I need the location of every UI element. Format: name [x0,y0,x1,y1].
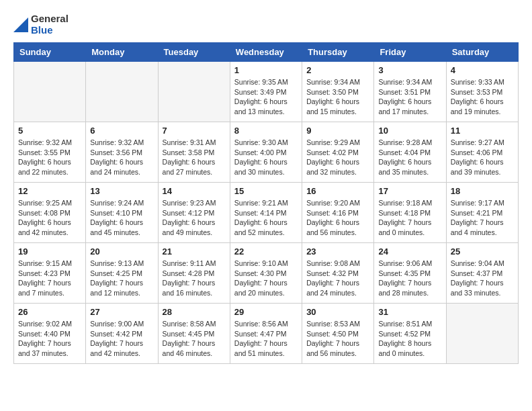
day-info: Sunrise: 9:11 AMSunset: 4:28 PMDaylight:… [163,259,226,298]
day-number: 11 [451,126,514,136]
calendar-day-cell: 17Sunrise: 9:18 AMSunset: 4:18 PMDayligh… [374,183,446,243]
day-number: 29 [234,307,298,317]
day-info: Sunrise: 9:23 AMSunset: 4:12 PMDaylight:… [163,198,226,238]
day-info: Sunrise: 9:02 AMSunset: 4:40 PMDaylight:… [18,319,81,359]
day-info: Sunrise: 9:34 AMSunset: 3:50 PMDaylight:… [306,77,369,117]
calendar-day-cell: 16Sunrise: 9:20 AMSunset: 4:16 PMDayligh… [302,183,374,243]
calendar-week-row: 1Sunrise: 9:35 AMSunset: 3:49 PMDaylight… [14,62,519,122]
calendar-header-day: Saturday [446,43,518,62]
day-info: Sunrise: 9:32 AMSunset: 3:56 PMDaylight:… [90,138,153,177]
calendar-day-cell: 24Sunrise: 9:06 AMSunset: 4:35 PMDayligh… [374,243,446,304]
day-number: 15 [234,186,298,196]
day-info: Sunrise: 9:00 AMSunset: 4:42 PMDaylight:… [90,319,153,359]
day-info: Sunrise: 9:18 AMSunset: 4:18 PMDaylight:… [378,198,441,238]
day-info: Sunrise: 9:15 AMSunset: 4:23 PMDaylight:… [18,259,81,298]
day-info: Sunrise: 9:25 AMSunset: 4:08 PMDaylight:… [18,198,81,238]
calendar-day-cell [14,62,86,122]
day-number: 31 [378,307,441,317]
logo-blue-text: Blue [31,25,69,36]
calendar-day-cell: 29Sunrise: 8:56 AMSunset: 4:47 PMDayligh… [230,304,302,364]
calendar-week-row: 19Sunrise: 9:15 AMSunset: 4:23 PMDayligh… [14,243,519,304]
day-info: Sunrise: 9:08 AMSunset: 4:32 PMDaylight:… [306,259,369,298]
logo-general-text: General [31,13,69,25]
day-info: Sunrise: 9:04 AMSunset: 4:37 PMDaylight:… [451,259,514,298]
day-info: Sunrise: 9:33 AMSunset: 3:53 PMDaylight:… [451,77,514,117]
day-number: 26 [18,307,81,317]
day-number: 13 [90,186,153,196]
calendar-day-cell [446,304,518,364]
day-info: Sunrise: 9:24 AMSunset: 4:10 PMDaylight:… [90,198,153,238]
calendar-header-day: Friday [374,43,446,62]
calendar-day-cell: 12Sunrise: 9:25 AMSunset: 4:08 PMDayligh… [14,183,86,243]
day-info: Sunrise: 9:27 AMSunset: 4:06 PMDaylight:… [451,138,514,177]
calendar-day-cell: 27Sunrise: 9:00 AMSunset: 4:42 PMDayligh… [86,304,158,364]
day-info: Sunrise: 9:28 AMSunset: 4:04 PMDaylight:… [378,138,441,177]
day-number: 25 [451,246,514,257]
day-info: Sunrise: 9:06 AMSunset: 4:35 PMDaylight:… [378,259,441,298]
calendar-header-day: Tuesday [158,43,230,62]
day-info: Sunrise: 9:32 AMSunset: 3:55 PMDaylight:… [18,138,81,177]
day-number: 22 [234,246,298,257]
calendar-week-row: 5Sunrise: 9:32 AMSunset: 3:55 PMDaylight… [14,122,519,183]
day-number: 8 [234,126,298,136]
calendar-day-cell: 21Sunrise: 9:11 AMSunset: 4:28 PMDayligh… [158,243,230,304]
calendar-header-day: Wednesday [230,43,302,62]
day-number: 23 [306,246,369,257]
calendar-day-cell: 2Sunrise: 9:34 AMSunset: 3:50 PMDaylight… [302,62,374,122]
calendar-day-cell: 11Sunrise: 9:27 AMSunset: 4:06 PMDayligh… [446,122,518,183]
page-header: GeneralBlue [13,13,519,36]
day-number: 6 [90,126,153,136]
day-number: 18 [451,186,514,196]
day-info: Sunrise: 8:56 AMSunset: 4:47 PMDaylight:… [234,319,298,359]
calendar-day-cell: 9Sunrise: 9:29 AMSunset: 4:02 PMDaylight… [302,122,374,183]
calendar-header-row: SundayMondayTuesdayWednesdayThursdayFrid… [14,43,519,62]
day-number: 19 [18,246,81,257]
day-number: 21 [163,246,226,257]
day-info: Sunrise: 8:58 AMSunset: 4:45 PMDaylight:… [163,319,226,359]
calendar-week-row: 12Sunrise: 9:25 AMSunset: 4:08 PMDayligh… [14,183,519,243]
day-number: 2 [306,65,369,75]
calendar-day-cell: 18Sunrise: 9:17 AMSunset: 4:21 PMDayligh… [446,183,518,243]
logo-shape-icon [13,17,28,32]
day-number: 7 [163,126,226,136]
day-number: 24 [378,246,441,257]
day-number: 17 [378,186,441,196]
day-info: Sunrise: 9:20 AMSunset: 4:16 PMDaylight:… [306,198,369,238]
day-info: Sunrise: 8:51 AMSunset: 4:52 PMDaylight:… [378,319,441,359]
day-number: 3 [378,65,441,75]
day-number: 27 [90,307,153,317]
day-number: 10 [378,126,441,136]
calendar-header-day: Sunday [14,43,86,62]
day-info: Sunrise: 9:35 AMSunset: 3:49 PMDaylight:… [234,77,298,117]
day-info: Sunrise: 9:34 AMSunset: 3:51 PMDaylight:… [378,77,441,117]
calendar-day-cell [158,62,230,122]
day-number: 16 [306,186,369,196]
day-number: 5 [18,126,81,136]
calendar-day-cell: 8Sunrise: 9:30 AMSunset: 4:00 PMDaylight… [230,122,302,183]
calendar-day-cell [86,62,158,122]
day-number: 30 [306,307,369,317]
calendar-header-day: Thursday [302,43,374,62]
calendar-day-cell: 4Sunrise: 9:33 AMSunset: 3:53 PMDaylight… [446,62,518,122]
day-number: 28 [163,307,226,317]
day-info: Sunrise: 9:13 AMSunset: 4:25 PMDaylight:… [90,259,153,298]
logo: GeneralBlue [13,13,69,36]
day-info: Sunrise: 9:21 AMSunset: 4:14 PMDaylight:… [234,198,298,238]
calendar-day-cell: 20Sunrise: 9:13 AMSunset: 4:25 PMDayligh… [86,243,158,304]
calendar-day-cell: 14Sunrise: 9:23 AMSunset: 4:12 PMDayligh… [158,183,230,243]
calendar-day-cell: 1Sunrise: 9:35 AMSunset: 3:49 PMDaylight… [230,62,302,122]
calendar-day-cell: 31Sunrise: 8:51 AMSunset: 4:52 PMDayligh… [374,304,446,364]
day-number: 12 [18,186,81,196]
calendar-day-cell: 30Sunrise: 8:53 AMSunset: 4:50 PMDayligh… [302,304,374,364]
calendar-day-cell: 19Sunrise: 9:15 AMSunset: 4:23 PMDayligh… [14,243,86,304]
calendar-day-cell: 7Sunrise: 9:31 AMSunset: 3:58 PMDaylight… [158,122,230,183]
day-info: Sunrise: 9:31 AMSunset: 3:58 PMDaylight:… [163,138,226,177]
calendar-day-cell: 13Sunrise: 9:24 AMSunset: 4:10 PMDayligh… [86,183,158,243]
day-number: 20 [90,246,153,257]
calendar-day-cell: 28Sunrise: 8:58 AMSunset: 4:45 PMDayligh… [158,304,230,364]
calendar-day-cell: 23Sunrise: 9:08 AMSunset: 4:32 PMDayligh… [302,243,374,304]
calendar-week-row: 26Sunrise: 9:02 AMSunset: 4:40 PMDayligh… [14,304,519,364]
day-number: 1 [234,65,298,75]
calendar-day-cell: 5Sunrise: 9:32 AMSunset: 3:55 PMDaylight… [14,122,86,183]
calendar-day-cell: 25Sunrise: 9:04 AMSunset: 4:37 PMDayligh… [446,243,518,304]
